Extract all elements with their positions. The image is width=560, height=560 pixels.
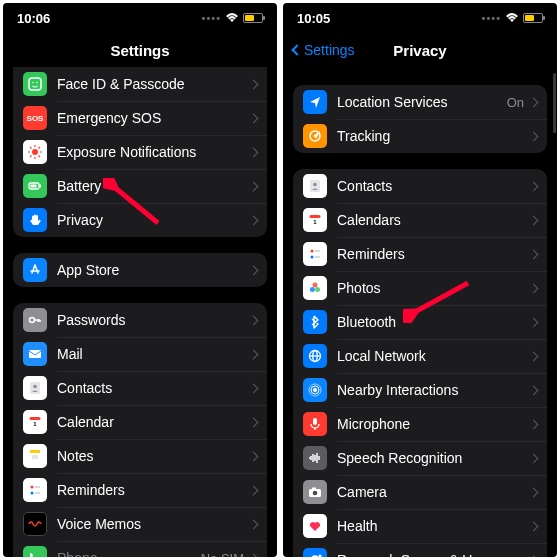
settings-row-passwords[interactable]: Passwords: [13, 303, 267, 337]
calendar-icon: 1: [303, 208, 327, 232]
svg-point-54: [313, 491, 318, 496]
row-label: Privacy: [57, 212, 250, 228]
settings-row-calendars[interactable]: 1Calendars: [293, 203, 547, 237]
location-icon: [303, 90, 327, 114]
settings-row-camera[interactable]: Camera: [293, 475, 547, 509]
chevron-right-icon: [529, 215, 539, 225]
settings-row-research-sensor-usage-data[interactable]: Research Sensor & Usage Data: [293, 543, 547, 557]
chevron-left-icon: [291, 44, 302, 55]
chevron-right-icon: [529, 351, 539, 361]
row-value: No SIM: [201, 551, 244, 558]
row-label: Face ID & Passcode: [57, 76, 250, 92]
row-label: Voice Memos: [57, 516, 250, 532]
settings-row-voice-memos[interactable]: Voice Memos: [13, 507, 267, 541]
row-label: Speech Recognition: [337, 450, 530, 466]
row-label: Photos: [337, 280, 530, 296]
chevron-right-icon: [249, 79, 259, 89]
privacy-screen: 10:05 •••• Settings Privacy Location Ser…: [283, 3, 557, 557]
settings-row-nearby-interactions[interactable]: Nearby Interactions: [293, 373, 547, 407]
svg-point-1: [32, 82, 34, 84]
reminders-icon: [303, 242, 327, 266]
notes-icon: [23, 444, 47, 468]
chevron-right-icon: [249, 451, 259, 461]
key-icon: [23, 308, 47, 332]
chevron-right-icon: [529, 487, 539, 497]
settings-row-mail[interactable]: Mail: [13, 337, 267, 371]
settings-group: PasswordsMailContacts1CalendarNotesRemin…: [13, 303, 267, 557]
settings-row-tracking[interactable]: Tracking: [293, 119, 547, 153]
settings-row-local-network[interactable]: Local Network: [293, 339, 547, 373]
settings-row-app-store[interactable]: App Store: [13, 253, 267, 287]
chevron-right-icon: [529, 385, 539, 395]
svg-line-11: [39, 147, 41, 149]
settings-row-calendar[interactable]: 1Calendar: [13, 405, 267, 439]
battery-icon: [523, 13, 543, 23]
svg-line-9: [39, 156, 41, 158]
row-label: Notes: [57, 448, 250, 464]
row-label: Passwords: [57, 312, 250, 328]
chevron-right-icon: [529, 249, 539, 259]
settings-list[interactable]: Face ID & PasscodeSOSEmergency SOSExposu…: [3, 67, 277, 557]
chevron-right-icon: [529, 317, 539, 327]
chevron-right-icon: [249, 181, 259, 191]
svg-point-39: [311, 256, 314, 259]
settings-row-speech-recognition[interactable]: Speech Recognition: [293, 441, 547, 475]
settings-row-photos[interactable]: Photos: [293, 271, 547, 305]
chevron-right-icon: [529, 555, 539, 557]
page-title: Settings: [110, 42, 169, 59]
settings-screen: 10:06 •••• Settings Face ID & PasscodeSO…: [3, 3, 277, 557]
clock: 10:06: [17, 11, 50, 26]
phone-icon: [23, 546, 47, 557]
svg-point-2: [36, 82, 38, 84]
settings-row-reminders[interactable]: Reminders: [293, 237, 547, 271]
battery-icon: [243, 13, 263, 23]
row-label: Calendar: [57, 414, 250, 430]
svg-line-10: [30, 156, 32, 158]
svg-point-38: [311, 250, 314, 253]
status-indicators: ••••: [202, 11, 263, 26]
svg-rect-13: [40, 185, 42, 188]
svg-rect-0: [29, 78, 41, 90]
faceid-icon: [23, 72, 47, 96]
svg-point-43: [315, 287, 320, 292]
row-label: Emergency SOS: [57, 110, 250, 126]
chevron-right-icon: [249, 113, 259, 123]
settings-row-contacts[interactable]: Contacts: [13, 371, 267, 405]
status-bar: 10:05 ••••: [283, 3, 557, 33]
row-label: Mail: [57, 346, 250, 362]
row-label: Battery: [57, 178, 250, 194]
settings-row-battery[interactable]: Battery: [13, 169, 267, 203]
settings-row-contacts[interactable]: Contacts: [293, 169, 547, 203]
settings-row-exposure-notifications[interactable]: Exposure Notifications: [13, 135, 267, 169]
back-button[interactable]: Settings: [293, 42, 355, 58]
svg-point-18: [33, 385, 37, 389]
settings-row-health[interactable]: Health: [293, 509, 547, 543]
settings-row-bluetooth[interactable]: Bluetooth: [293, 305, 547, 339]
chevron-right-icon: [529, 97, 539, 107]
chevron-right-icon: [529, 283, 539, 293]
row-label: Microphone: [337, 416, 530, 432]
settings-row-privacy[interactable]: Privacy: [13, 203, 267, 237]
nav-bar: Settings: [3, 33, 277, 67]
chevron-right-icon: [529, 181, 539, 191]
voicememos-icon: [23, 512, 47, 536]
settings-group: Contacts1CalendarsRemindersPhotosBluetoo…: [293, 169, 547, 557]
settings-row-phone[interactable]: PhoneNo SIM: [13, 541, 267, 557]
settings-row-emergency-sos[interactable]: SOSEmergency SOS: [13, 101, 267, 135]
scrollbar[interactable]: [553, 73, 556, 133]
chevron-right-icon: [249, 265, 259, 275]
svg-rect-53: [312, 488, 316, 490]
chevron-right-icon: [249, 147, 259, 157]
status-bar: 10:06 ••••: [3, 3, 277, 33]
settings-row-location-services[interactable]: Location ServicesOn: [293, 85, 547, 119]
settings-row-notes[interactable]: Notes: [13, 439, 267, 473]
row-label: Tracking: [337, 128, 530, 144]
svg-rect-51: [313, 418, 317, 425]
chevron-right-icon: [529, 453, 539, 463]
row-label: Camera: [337, 484, 530, 500]
privacy-list[interactable]: Location ServicesOnTrackingContacts1Cale…: [283, 67, 557, 557]
settings-row-reminders[interactable]: Reminders: [13, 473, 267, 507]
research-icon: [303, 548, 327, 557]
settings-row-microphone[interactable]: Microphone: [293, 407, 547, 441]
settings-row-face-id-passcode[interactable]: Face ID & Passcode: [13, 67, 267, 101]
